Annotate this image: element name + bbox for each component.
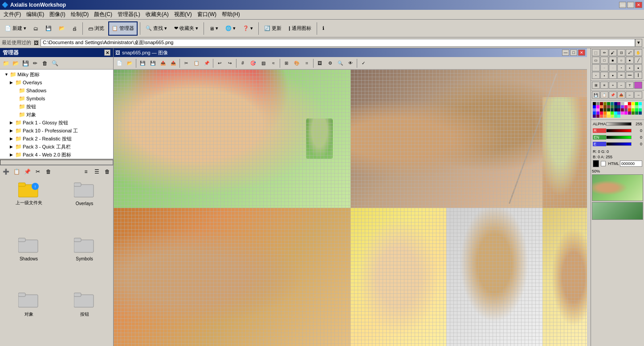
panel-save-button[interactable]: 💾 bbox=[20, 58, 30, 68]
color-swatch[interactable] bbox=[621, 105, 624, 108]
add-location-button[interactable]: ➕ bbox=[1, 167, 11, 177]
color-swatch[interactable] bbox=[639, 102, 642, 105]
menu-file[interactable]: 文件(F) bbox=[1, 10, 24, 19]
img-copy-button[interactable]: 📋 bbox=[192, 58, 201, 68]
menu-view[interactable]: 视图(V) bbox=[171, 10, 195, 19]
img-close-button[interactable]: ✕ bbox=[578, 49, 585, 56]
bg-color-box[interactable] bbox=[601, 161, 606, 166]
color-swatch[interactable] bbox=[639, 105, 642, 108]
menu-help[interactable]: 帮助(H) bbox=[219, 10, 243, 19]
color-swatch[interactable] bbox=[617, 108, 620, 111]
tree-item-symbols[interactable]: 📁 Symbols bbox=[1, 95, 112, 103]
tree-toggle-pack10[interactable]: ▶ bbox=[10, 128, 15, 133]
img-hotspot-button[interactable]: 🎯 bbox=[248, 58, 258, 68]
tool-zoom-out[interactable]: − bbox=[617, 82, 625, 89]
panel-open-button[interactable]: 📂 bbox=[11, 58, 20, 68]
tool-dots-1[interactable]: · bbox=[592, 64, 600, 71]
color-swatch[interactable] bbox=[632, 111, 635, 115]
color-swatch[interactable] bbox=[603, 105, 607, 108]
tree-view[interactable]: ▼ 📁 Milky 图标 ▶ 📁 Overlays 📁 Shadows bbox=[0, 70, 113, 159]
tool-zoom-in[interactable]: + bbox=[609, 82, 617, 89]
close-button[interactable]: ✕ bbox=[635, 2, 642, 8]
panel-search-button[interactable]: 🔍 bbox=[50, 58, 60, 68]
info-button[interactable]: ℹ bbox=[319, 21, 327, 36]
tool-arr-left[interactable]: ← bbox=[626, 91, 634, 99]
color-swatch[interactable] bbox=[611, 111, 614, 115]
color-swatch[interactable] bbox=[621, 102, 624, 105]
color-swatch[interactable] bbox=[596, 111, 599, 115]
img-export-button[interactable]: 📤 bbox=[158, 58, 168, 68]
color-swatch[interactable] bbox=[639, 108, 642, 111]
color-swatch[interactable] bbox=[593, 102, 596, 105]
manager-button[interactable]: 📋 管理器 bbox=[108, 21, 138, 36]
html-color-input[interactable] bbox=[620, 161, 642, 167]
thumb-up-folder[interactable]: ↑ 上一级文件夹 bbox=[2, 179, 56, 233]
alpha-slider[interactable] bbox=[606, 122, 632, 126]
list-view-button[interactable]: ≡ bbox=[81, 167, 91, 177]
tool-select[interactable]: ⬚ bbox=[592, 49, 600, 56]
img-check-button[interactable]: ✓ bbox=[359, 58, 368, 68]
color-swatch[interactable] bbox=[593, 111, 596, 115]
tool-hand[interactable]: ✋ bbox=[634, 49, 642, 56]
panel-add-button[interactable]: 📁 bbox=[1, 58, 11, 68]
panel-pencil-button[interactable]: ✏ bbox=[30, 58, 40, 68]
color-swatch[interactable] bbox=[593, 115, 596, 118]
color-swatch[interactable] bbox=[600, 111, 603, 115]
recent-path-input[interactable] bbox=[41, 39, 635, 47]
color-swatch[interactable] bbox=[614, 115, 617, 118]
color-swatch[interactable] bbox=[621, 108, 624, 111]
color-swatch[interactable] bbox=[635, 105, 638, 108]
find-button[interactable]: 🔍 查找 ▾ bbox=[143, 21, 170, 36]
tool-h2[interactable]: ━━ bbox=[626, 72, 634, 79]
open-recent-button[interactable]: 🗂 bbox=[30, 21, 41, 36]
tool-rect-sel[interactable]: ▭ bbox=[592, 57, 600, 64]
g-slider[interactable] bbox=[606, 136, 632, 139]
thumb-buttons[interactable]: 按钮 bbox=[57, 289, 111, 344]
color-swatch[interactable] bbox=[593, 108, 596, 111]
open-button[interactable]: 📂 bbox=[56, 21, 68, 36]
tool-text[interactable]: T bbox=[626, 82, 634, 89]
color-swatch[interactable] bbox=[611, 102, 614, 105]
img-save-as-button[interactable]: 💾 bbox=[148, 58, 158, 68]
color-swatch[interactable] bbox=[600, 108, 603, 111]
color-swatch[interactable] bbox=[607, 105, 610, 108]
tool-fill-circle[interactable]: ● bbox=[626, 57, 634, 64]
minimize-button[interactable]: — bbox=[619, 2, 626, 8]
color-swatch[interactable] bbox=[611, 105, 614, 108]
img-preview-button[interactable]: 🖼 bbox=[315, 58, 325, 68]
color-swatch[interactable] bbox=[628, 111, 631, 115]
tree-toggle-milky[interactable]: ▼ bbox=[4, 72, 10, 77]
color-swatch[interactable] bbox=[635, 108, 638, 111]
color-swatch[interactable] bbox=[621, 111, 624, 115]
color-swatch[interactable] bbox=[624, 108, 628, 111]
paste-button[interactable]: 📌 bbox=[22, 167, 32, 177]
color-swatch[interactable] bbox=[596, 115, 599, 118]
r-slider[interactable] bbox=[606, 129, 632, 132]
img-minimize-button[interactable]: — bbox=[562, 49, 569, 56]
img-paste-button[interactable]: 📌 bbox=[202, 58, 212, 68]
color-swatch[interactable] bbox=[624, 111, 628, 115]
color-swatch[interactable] bbox=[600, 102, 603, 105]
tree-toggle-overlays[interactable]: ▶ bbox=[10, 80, 15, 85]
color-swatch[interactable] bbox=[639, 111, 642, 115]
help-button[interactable]: ❓▾ bbox=[240, 21, 256, 36]
img-smooth-button[interactable]: ≈ bbox=[269, 58, 278, 68]
color-swatch[interactable] bbox=[596, 105, 599, 108]
color-swatch[interactable] bbox=[611, 115, 614, 118]
color-swatch[interactable] bbox=[596, 108, 599, 111]
web-button[interactable]: 🌐▾ bbox=[222, 21, 239, 36]
menu-window[interactable]: 窗口(W) bbox=[195, 10, 219, 19]
tool-copy2[interactable]: 📋 bbox=[600, 91, 608, 99]
h-scrollbar[interactable] bbox=[0, 160, 113, 165]
print-button[interactable]: 🖨 bbox=[69, 21, 80, 36]
color-swatch[interactable] bbox=[603, 111, 607, 115]
tool-square-md[interactable]: ▪ bbox=[626, 64, 634, 71]
tool-square-lg[interactable]: ▪ bbox=[634, 64, 642, 71]
img-bg-button[interactable]: ▨ bbox=[258, 58, 268, 68]
current-color-box[interactable] bbox=[593, 160, 599, 167]
trash-button[interactable]: 🗑 bbox=[102, 167, 112, 177]
b-slider[interactable] bbox=[606, 142, 632, 146]
color-swatch[interactable] bbox=[628, 102, 631, 105]
color-swatch[interactable] bbox=[632, 102, 635, 105]
tool-save-img[interactable]: 💾 bbox=[592, 91, 600, 99]
